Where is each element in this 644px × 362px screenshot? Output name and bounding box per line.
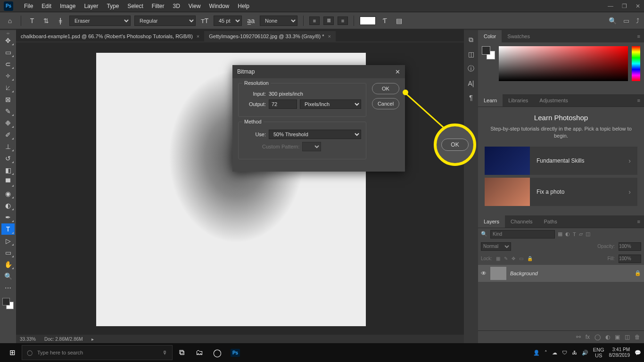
lock-pos-icon[interactable]: ✥ [512, 256, 515, 261]
align-center-button[interactable]: ≣ [323, 16, 334, 25]
character-panel-icon[interactable]: A| [468, 80, 474, 87]
window-restore-icon[interactable]: ❐ [622, 3, 627, 9]
volume-icon[interactable]: 🔊 [582, 350, 588, 356]
lesson-fix-photo[interactable]: Fix a photo › [485, 178, 637, 206]
properties-panel-icon[interactable]: ◫ [468, 50, 474, 58]
link-layers-icon[interactable]: ⚯ [576, 334, 581, 340]
window-close-icon[interactable]: ✕ [636, 3, 640, 9]
search-icon[interactable]: 🔍 [609, 17, 617, 25]
action-center-icon[interactable]: 💬 [635, 350, 641, 356]
share-icon[interactable]: ⤴ [636, 17, 639, 25]
visibility-icon[interactable]: 👁 [481, 270, 487, 277]
zoom-level[interactable]: 33.33% [20, 337, 36, 342]
lock-all-icon[interactable]: 🔒 [527, 256, 533, 261]
home-icon[interactable]: ⌂ [5, 16, 15, 26]
tab-layers[interactable]: Layers [478, 215, 505, 228]
status-chevron-icon[interactable]: ▸ [91, 337, 94, 342]
dodge-tool[interactable]: ◐ [1, 200, 15, 211]
healing-tool[interactable]: ❉ [1, 117, 15, 129]
text-color-swatch[interactable] [360, 16, 376, 25]
warp-text-icon[interactable]: Ƭ [380, 16, 390, 26]
type-tool-icon[interactable]: T [27, 16, 37, 26]
antialias-select[interactable]: None [260, 16, 297, 26]
color-fgbg[interactable] [482, 46, 495, 59]
character-panel-icon[interactable]: ▤ [394, 16, 404, 26]
font-size-select[interactable]: 45 pt [214, 16, 242, 26]
align-left-button[interactable]: ≡ [309, 16, 320, 25]
document-tab-2[interactable]: GettyImages-1092706102.jpg @ 33.3% (Gray… [204, 31, 336, 41]
window-minimize-icon[interactable]: — [608, 3, 613, 9]
lock-paint-icon[interactable]: ✎ [504, 256, 508, 261]
onedrive-icon[interactable]: ☁ [552, 350, 557, 356]
paragraph-panel-icon[interactable]: ¶ [469, 94, 473, 101]
pen-tool[interactable]: ✒ [1, 212, 15, 223]
blur-tool[interactable]: ◉ [1, 188, 15, 199]
hue-slider[interactable] [632, 46, 640, 81]
file-explorer-icon[interactable]: 🗂 [190, 343, 208, 362]
clock[interactable]: 3:41 PM8/28/2019 [609, 347, 630, 358]
edit-toolbar[interactable]: ⋯ [1, 282, 15, 294]
adjustment-layer-icon[interactable]: ◐ [605, 334, 610, 340]
text-path-icon[interactable]: ǂ [55, 16, 66, 26]
panel-menu-icon[interactable]: ≡ [634, 98, 644, 103]
tray-chevron-icon[interactable]: ˄ [545, 350, 547, 356]
font-preset-select[interactable]: Eraser [69, 16, 131, 26]
info-panel-icon[interactable]: ⓘ [468, 65, 474, 73]
tab-color[interactable]: Color [478, 30, 502, 42]
font-style-select[interactable]: Regular [134, 16, 196, 26]
network-icon[interactable]: 🖧 [572, 350, 577, 355]
start-button[interactable]: ⊞ [3, 343, 22, 362]
menu-layer[interactable]: Layer [80, 3, 102, 9]
type-tool[interactable]: T [1, 223, 15, 235]
lock-trans-icon[interactable]: ▦ [496, 256, 500, 261]
orientation-icon[interactable]: ⇅ [41, 16, 51, 26]
filter-smart-icon[interactable]: ◫ [586, 231, 590, 237]
align-right-button[interactable]: ≡ [338, 16, 348, 25]
delete-layer-icon[interactable]: 🗑 [635, 334, 640, 340]
menu-window[interactable]: Window [205, 3, 234, 9]
fill-input[interactable] [619, 255, 641, 263]
taskbar-search[interactable]: ◯ Type here to search 🎙 [22, 345, 173, 360]
filter-shape-icon[interactable]: ▱ [579, 231, 583, 237]
zoom-tool[interactable]: 🔍 [1, 271, 15, 282]
clone-tool[interactable]: ⊥ [1, 141, 15, 152]
panel-menu-icon[interactable]: ≡ [634, 33, 644, 39]
panel-menu-icon[interactable]: ≡ [634, 219, 644, 224]
layer-background[interactable]: 👁 Background 🔒 [478, 265, 644, 282]
filter-icon[interactable]: 🔍 [481, 231, 487, 237]
lock-artboard-icon[interactable]: ▭ [519, 256, 523, 261]
doc-size[interactable]: Doc: 2.86M/2.86M [44, 337, 83, 342]
tab-libraries[interactable]: Libraries [503, 94, 534, 107]
crop-tool[interactable]: ⟀ [1, 82, 15, 93]
shape-tool[interactable]: ▭ [1, 247, 15, 258]
tab-learn[interactable]: Learn [478, 94, 503, 107]
output-unit-select[interactable]: Pixels/Inch [300, 99, 361, 109]
lasso-tool[interactable]: ⊂ [1, 58, 15, 70]
close-icon[interactable]: ✕ [395, 68, 400, 75]
microphone-icon[interactable]: 🎙 [162, 350, 167, 355]
gradient-tool[interactable]: ▀ [1, 176, 15, 188]
menu-type[interactable]: Type [102, 3, 123, 9]
path-select-tool[interactable]: ▷ [1, 235, 15, 247]
tab-channels[interactable]: Channels [505, 215, 538, 228]
menu-help[interactable]: Help [233, 3, 254, 9]
security-icon[interactable]: 🛡 [562, 350, 567, 355]
cancel-button[interactable]: Cancel [372, 98, 399, 109]
layer-thumbnail[interactable] [490, 267, 506, 280]
lock-icon[interactable]: 🔒 [635, 270, 641, 276]
menu-filter[interactable]: Filter [148, 3, 169, 9]
blend-mode-select[interactable]: Normal [481, 242, 511, 251]
menu-select[interactable]: Select [123, 3, 147, 9]
close-icon[interactable]: × [328, 33, 330, 39]
marquee-tool[interactable]: ▭ [1, 47, 15, 58]
workspace-icon[interactable]: ▭ [623, 17, 629, 25]
menu-file[interactable]: File [20, 3, 37, 9]
hand-tool[interactable]: ✋ [1, 259, 15, 270]
tab-adjustments[interactable]: Adjustments [534, 94, 574, 107]
use-select[interactable]: 50% Threshold [269, 130, 361, 139]
filter-pixel-icon[interactable]: ▦ [558, 231, 562, 237]
move-tool[interactable]: ✥ [1, 35, 15, 46]
task-view-icon[interactable]: ⧉ [173, 343, 190, 362]
menu-edit[interactable]: Edit [37, 3, 56, 9]
chrome-icon[interactable]: ◯ [208, 343, 226, 362]
